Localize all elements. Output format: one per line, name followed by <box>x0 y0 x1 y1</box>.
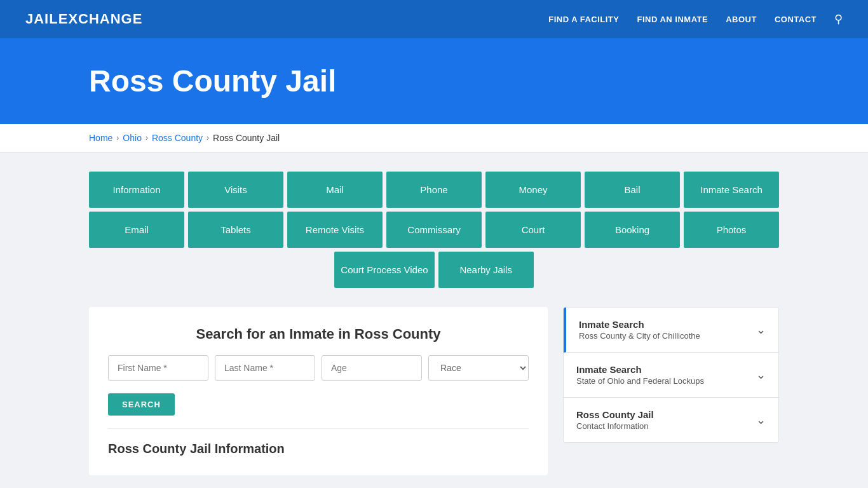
breadcrumb-bar: Home › Ohio › Ross County › Ross County … <box>0 124 868 152</box>
left-panel: Search for an Inmate in Ross County Race… <box>89 307 548 475</box>
nav-buttons-row2: Email Tablets Remote Visits Commissary C… <box>89 212 779 248</box>
breadcrumb-current: Ross County Jail <box>213 133 280 143</box>
content-area: Search for an Inmate in Ross County Race… <box>89 307 779 475</box>
btn-mail[interactable]: Mail <box>287 172 383 208</box>
logo-text-jail: JAIL <box>25 11 58 27</box>
breadcrumb-home[interactable]: Home <box>89 133 112 143</box>
btn-court[interactable]: Court <box>485 212 581 248</box>
breadcrumb-ohio[interactable]: Ohio <box>123 133 142 143</box>
btn-information[interactable]: Information <box>89 172 184 208</box>
sidebar-item-contact-info[interactable]: Ross County Jail Contact Information ⌄ <box>564 398 778 442</box>
search-form: Race White Black Hispanic Asian Other <box>108 355 529 381</box>
btn-email[interactable]: Email <box>89 212 184 248</box>
nav-buttons-row3: Court Process Video Nearby Jails <box>89 252 779 288</box>
site-logo[interactable]: JAILEXCHANGE <box>25 11 142 27</box>
search-icon[interactable]: ⚲ <box>834 12 843 26</box>
search-heading: Search for an Inmate in Ross County <box>108 326 529 342</box>
btn-photos[interactable]: Photos <box>684 212 779 248</box>
breadcrumb-sep-2: › <box>146 133 148 142</box>
chevron-down-icon-1: ⌄ <box>756 323 766 337</box>
btn-inmate-search[interactable]: Inmate Search <box>684 172 779 208</box>
sidebar-item-inmate-search-state[interactable]: Inmate Search State of Ohio and Federal … <box>564 353 778 398</box>
search-button[interactable]: SEARCH <box>108 393 175 416</box>
breadcrumb-sep-3: › <box>207 133 209 142</box>
btn-bail[interactable]: Bail <box>585 172 680 208</box>
race-select[interactable]: Race White Black Hispanic Asian Other <box>428 355 529 381</box>
page-title: Ross County Jail <box>89 64 843 98</box>
btn-court-process-video[interactable]: Court Process Video <box>334 252 434 288</box>
nav-find-inmate[interactable]: FIND AN INMATE <box>637 15 708 24</box>
site-header: JAILEXCHANGE FIND A FACILITY FIND AN INM… <box>0 0 868 38</box>
last-name-input[interactable] <box>215 355 315 381</box>
btn-money[interactable]: Money <box>485 172 581 208</box>
sidebar-item-title-1: Inmate Search <box>579 319 700 330</box>
btn-tablets[interactable]: Tablets <box>188 212 283 248</box>
sidebar-item-text-1: Inmate Search Ross County & City of Chil… <box>579 319 700 341</box>
main-content: Information Visits Mail Phone Money Bail… <box>0 152 868 488</box>
sidebar-item-text-2: Inmate Search State of Ohio and Federal … <box>576 364 704 386</box>
btn-booking[interactable]: Booking <box>585 212 680 248</box>
btn-visits[interactable]: Visits <box>188 172 283 208</box>
sidebar-item-inmate-search-local[interactable]: Inmate Search Ross County & City of Chil… <box>564 308 778 353</box>
sidebar-item-text-3: Ross County Jail Contact Information <box>576 409 654 431</box>
nav-find-facility[interactable]: FIND A FACILITY <box>548 15 619 24</box>
nav-contact[interactable]: CONTACT <box>775 15 817 24</box>
nav-buttons-row1: Information Visits Mail Phone Money Bail… <box>89 172 779 208</box>
age-input[interactable] <box>322 355 422 381</box>
hero-section: Ross County Jail <box>0 38 868 124</box>
info-section: Ross County Jail Information <box>108 428 529 456</box>
sidebar-item-title-3: Ross County Jail <box>576 409 654 420</box>
btn-remote-visits[interactable]: Remote Visits <box>287 212 383 248</box>
sidebar-item-subtitle-1: Ross County & City of Chillicothe <box>579 331 700 341</box>
chevron-down-icon-2: ⌄ <box>756 368 766 382</box>
main-nav: FIND A FACILITY FIND AN INMATE ABOUT CON… <box>548 12 843 26</box>
chevron-down-icon-3: ⌄ <box>756 413 766 427</box>
nav-about[interactable]: ABOUT <box>726 15 757 24</box>
sidebar-item-subtitle-2: State of Ohio and Federal Lockups <box>576 376 704 386</box>
logo-text-exchange: EXCHANGE <box>58 11 143 27</box>
btn-phone[interactable]: Phone <box>386 172 482 208</box>
right-panel: Inmate Search Ross County & City of Chil… <box>563 307 779 443</box>
first-name-input[interactable] <box>108 355 208 381</box>
info-heading: Ross County Jail Information <box>108 442 529 456</box>
breadcrumb-sep-1: › <box>116 133 119 142</box>
sidebar-item-title-2: Inmate Search <box>576 364 704 375</box>
btn-commissary[interactable]: Commissary <box>386 212 482 248</box>
breadcrumb-ross-county[interactable]: Ross County <box>152 133 203 143</box>
sidebar-item-subtitle-3: Contact Information <box>576 421 654 431</box>
breadcrumb: Home › Ohio › Ross County › Ross County … <box>89 133 779 143</box>
btn-nearby-jails[interactable]: Nearby Jails <box>438 252 534 288</box>
